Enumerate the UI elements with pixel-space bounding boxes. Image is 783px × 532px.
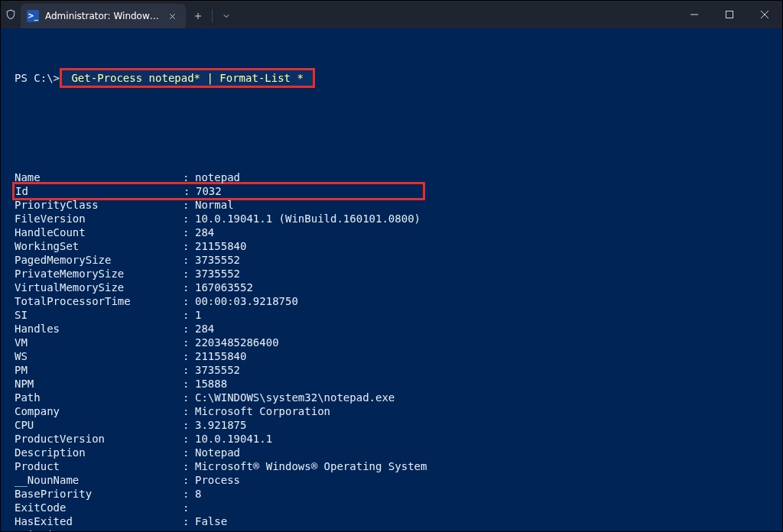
output-row: FileVersion: 10.0.19041.1 (WinBuild.1601… [15, 212, 768, 225]
row-value: 3.921875 [195, 418, 246, 432]
row-key: ProductVersion [15, 432, 183, 446]
row-value: 284 [195, 225, 214, 239]
row-value: Normal [195, 198, 234, 212]
window-controls [677, 1, 782, 28]
prompt-line: PS C:\> Get-Process notepad* | Format-Li… [15, 68, 768, 88]
row-colon: : [183, 294, 195, 308]
row-colon: : [183, 253, 195, 267]
output-row: PriorityClass: Normal [15, 198, 768, 212]
row-value: 21155840 [195, 349, 246, 363]
output-row: VirtualMemorySize: 167063552 [15, 281, 768, 294]
row-key: Id [15, 184, 184, 198]
row-value: 7032 [196, 184, 222, 198]
maximize-button[interactable] [712, 1, 747, 28]
row-key: ExitCode [15, 501, 183, 514]
row-key: Name [15, 170, 183, 184]
row-colon: : [184, 184, 196, 198]
output-row: PM: 3735552 [15, 363, 768, 377]
output-row: NPM: 15888 [15, 377, 768, 391]
row-key: VirtualMemorySize [15, 281, 183, 294]
ps-prompt: PS C:\> [15, 71, 60, 85]
row-colon: : [183, 212, 195, 225]
row-colon: : [183, 501, 195, 514]
row-key: BasePriority [15, 487, 183, 501]
output-row: BasePriority: 8 [15, 487, 768, 501]
row-colon: : [183, 349, 195, 363]
row-key: SI [15, 308, 183, 322]
row-value: C:\WINDOWS\system32\notepad.exe [195, 391, 395, 404]
terminal-content[interactable]: PS C:\> Get-Process notepad* | Format-Li… [1, 28, 782, 532]
output-row: Path: C:\WINDOWS\system32\notepad.exe [15, 391, 768, 404]
row-colon: : [183, 487, 195, 501]
output-row: ProductVersion: 10.0.19041.1 [15, 432, 768, 446]
row-value: Microsoft® Windows® Operating System [195, 459, 427, 473]
row-key: Product [15, 459, 183, 473]
row-key: Handles [15, 322, 183, 336]
tab-title: Administrator: Windows Powe [45, 9, 160, 23]
output-row: TotalProcessorTime: 00:00:03.9218750 [15, 294, 768, 308]
row-colon: : [183, 198, 195, 212]
row-colon: : [183, 418, 195, 432]
row-value: False [195, 514, 227, 528]
admin-shield-icon [1, 1, 21, 28]
command-text: Get-Process notepad* | Format-List * [65, 72, 310, 84]
row-value: notepad [195, 170, 240, 184]
tab-controls [186, 1, 239, 28]
minimize-button[interactable] [677, 1, 712, 28]
row-key: PrivateMemorySize [15, 267, 183, 281]
row-key: NPM [15, 377, 183, 391]
svg-rect-5 [726, 11, 733, 18]
row-value: 2203485286400 [195, 336, 279, 349]
divider [212, 9, 213, 23]
terminal-tab[interactable]: >_ Administrator: Windows Powe [21, 4, 186, 28]
output-row: VM: 2203485286400 [15, 336, 768, 349]
row-key: VM [15, 336, 183, 349]
row-key: CPU [15, 418, 183, 432]
row-colon: : [183, 473, 195, 487]
row-colon: : [183, 514, 195, 528]
output-row: Product: Microsoft® Windows® Operating S… [15, 459, 768, 473]
row-value: 3735552 [195, 267, 240, 281]
row-value: 1 [195, 308, 201, 322]
row-colon: : [183, 267, 195, 281]
output-row: __NounName: Process [15, 473, 768, 487]
row-value: 10.0.19041.1 [195, 432, 272, 446]
tab-close-button[interactable] [166, 10, 178, 22]
row-colon: : [183, 528, 195, 532]
row-key: Description [15, 446, 183, 459]
row-colon: : [183, 308, 195, 322]
row-key: WorkingSet [15, 239, 183, 253]
row-key: WS [15, 349, 183, 363]
row-value: 10.0.19041.1 (WinBuild.160101.0800) [195, 212, 421, 225]
tab-dropdown-button[interactable] [214, 4, 239, 28]
new-tab-button[interactable] [186, 4, 210, 28]
row-colon: : [183, 432, 195, 446]
output-row: Handles: 284 [15, 322, 768, 336]
row-value: Process [195, 473, 240, 487]
row-colon: : [183, 459, 195, 473]
row-value: 3735552 [195, 363, 240, 377]
row-value: Microsoft Corporation [195, 404, 330, 418]
row-value: 15888 [195, 377, 227, 391]
row-colon: : [183, 281, 195, 294]
close-button[interactable] [747, 1, 782, 28]
row-colon: : [183, 391, 195, 404]
highlighted-command: Get-Process notepad* | Format-List * [60, 68, 315, 88]
row-value: 8 [195, 487, 201, 501]
output-row: ExitCode: [15, 501, 768, 514]
row-value: 167063552 [195, 281, 253, 294]
row-key: __NounName [15, 473, 183, 487]
output-row: Company: Microsoft Corporation [15, 404, 768, 418]
row-colon: : [183, 377, 195, 391]
row-value: 284 [195, 322, 214, 336]
row-key: FileVersion [15, 212, 183, 225]
row-key: TotalProcessorTime [15, 294, 183, 308]
window-titlebar: >_ Administrator: Windows Powe [1, 1, 782, 28]
row-key: Path [15, 391, 183, 404]
row-key: PriorityClass [15, 198, 183, 212]
powershell-icon: >_ [27, 10, 39, 22]
row-colon: : [183, 363, 195, 377]
row-key: PagedMemorySize [15, 253, 183, 267]
row-key: Company [15, 404, 183, 418]
row-colon: : [183, 446, 195, 459]
